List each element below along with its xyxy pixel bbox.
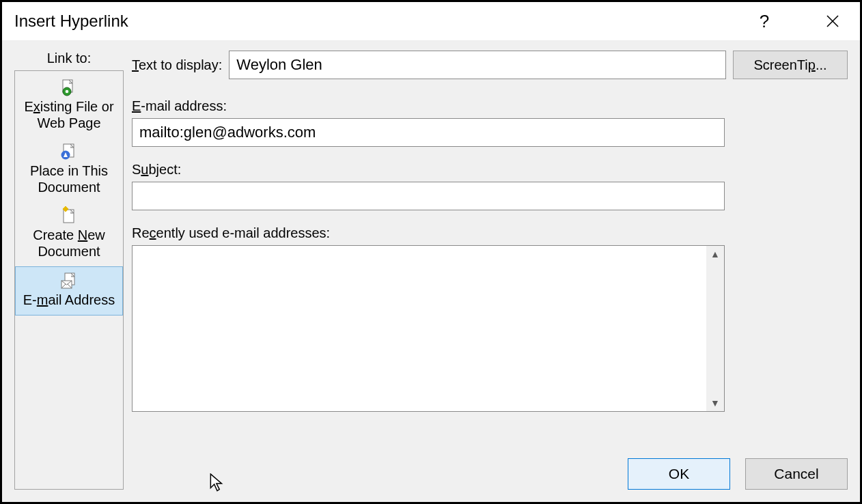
text-to-display-label: Text to display:	[132, 57, 222, 73]
cancel-button[interactable]: Cancel	[745, 458, 848, 490]
link-to-label: Link to:	[14, 51, 124, 66]
sidebar-item-place-in-doc[interactable]: Place in This Document	[15, 138, 123, 202]
recent-addresses-label: Recently used e-mail addresses:	[132, 225, 848, 241]
link-to-sidebar: Existing File or Web Page Place in This …	[14, 70, 124, 490]
ok-button[interactable]: OK	[628, 458, 730, 490]
create-new-icon	[59, 206, 79, 225]
sidebar-item-label-2: Document	[16, 179, 122, 195]
sidebar-item-label: E-mail Address	[17, 292, 121, 308]
email-address-label: E-mail address:	[132, 98, 848, 114]
scroll-up-icon[interactable]: ▲	[706, 246, 724, 262]
insert-hyperlink-dialog: Insert Hyperlink ? Link to: Existing Fil…	[0, 0, 862, 504]
place-in-doc-icon	[59, 142, 79, 161]
subject-input[interactable]	[132, 182, 725, 210]
svg-point-4	[66, 90, 69, 94]
help-button[interactable]: ?	[747, 6, 782, 36]
dialog-body: Link to: Existing File or Web Page	[2, 40, 860, 502]
listbox-scrollbar[interactable]: ▲ ▼	[706, 246, 724, 411]
sidebar-item-create-new[interactable]: Create New Document	[15, 202, 123, 266]
title-bar: Insert Hyperlink ?	[2, 2, 860, 40]
sidebar-item-label-2: Document	[16, 243, 122, 260]
text-to-display-input[interactable]	[229, 51, 726, 79]
recent-addresses-listbox[interactable]: ▲ ▼	[132, 245, 725, 412]
main-panel: Text to display: ScreenTip... E-mail add…	[132, 51, 848, 490]
dialog-title: Insert Hyperlink	[14, 12, 128, 31]
sidebar-item-existing-file[interactable]: Existing File or Web Page	[15, 74, 123, 138]
mouse-cursor-icon	[210, 473, 225, 494]
sidebar-item-email-address[interactable]: E-mail Address	[15, 266, 123, 316]
email-address-icon	[59, 271, 79, 290]
scroll-down-icon[interactable]: ▼	[706, 395, 724, 411]
sidebar-item-label-2: Web Page	[16, 115, 122, 131]
sidebar-item-label: Place in This	[16, 163, 122, 179]
email-address-input[interactable]	[132, 118, 725, 147]
sidebar-item-label: Create New	[16, 227, 122, 243]
close-button[interactable]	[815, 6, 850, 36]
screentip-button[interactable]: ScreenTip...	[733, 51, 848, 79]
subject-label: Subject:	[132, 162, 848, 178]
link-to-column: Link to: Existing File or Web Page	[14, 51, 124, 490]
sidebar-item-label: Existing File or	[16, 98, 122, 115]
close-icon	[826, 14, 839, 28]
existing-file-icon	[59, 78, 79, 97]
dialog-footer: OK Cancel	[132, 458, 848, 490]
